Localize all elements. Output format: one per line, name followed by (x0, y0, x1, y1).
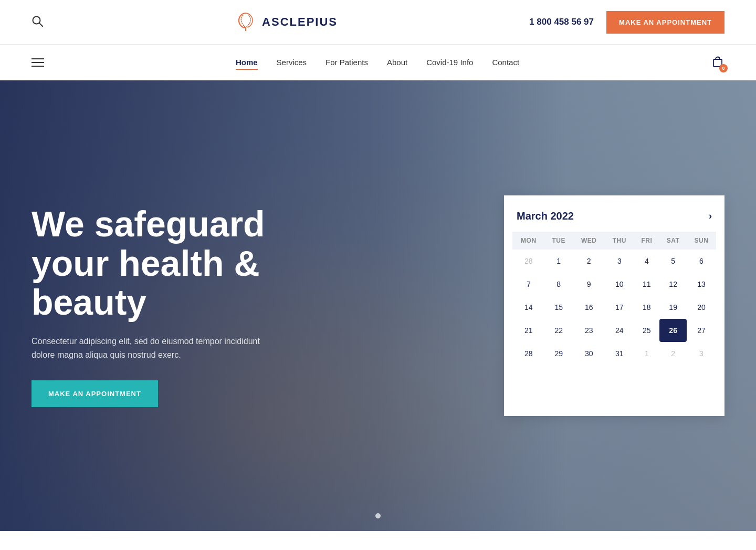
logo[interactable]: ASCLEPIUS (235, 11, 338, 33)
cal-day-header: MON (512, 232, 545, 250)
scroll-indicator (375, 513, 381, 518)
appointment-button-top[interactable]: MAKE AN APPOINTMENT (606, 11, 724, 34)
calendar-day[interactable]: 23 (573, 319, 605, 342)
calendar-day: 1 (634, 342, 659, 365)
calendar-day[interactable]: 16 (573, 296, 605, 319)
cal-day-header: SAT (659, 232, 686, 250)
top-right-actions: 1 800 458 56 97 MAKE AN APPOINTMENT (529, 11, 724, 34)
hero-title: We safeguard your health & beauty (32, 204, 336, 322)
search-icon[interactable] (32, 15, 43, 29)
calendar-widget: March 2022 › MONTUEWEDTHUFRISATSUN 28123… (504, 195, 724, 416)
hero-content: We safeguard your health & beauty Consec… (0, 80, 756, 531)
hero-text: We safeguard your health & beauty Consec… (32, 204, 336, 408)
calendar-day[interactable]: 3 (605, 250, 634, 273)
calendar-day[interactable]: 2 (573, 250, 605, 273)
calendar-day[interactable]: 12 (659, 273, 686, 296)
calendar-day[interactable]: 21 (512, 319, 545, 342)
calendar-day[interactable]: 31 (605, 342, 634, 365)
calendar-day[interactable]: 5 (659, 250, 686, 273)
calendar-week-row: 21222324252627 (512, 319, 716, 342)
calendar-month-title: March 2022 (517, 210, 574, 222)
calendar-day: 2 (659, 342, 686, 365)
calendar-day[interactable]: 24 (605, 319, 634, 342)
calendar-day[interactable]: 20 (687, 296, 716, 319)
cal-day-header: THU (605, 232, 634, 250)
cal-day-header: TUE (545, 232, 573, 250)
calendar-day[interactable]: 4 (634, 250, 659, 273)
nav-item-for-patients[interactable]: For Patients (326, 58, 368, 67)
calendar-day[interactable]: 27 (687, 319, 716, 342)
appointment-button-hero[interactable]: MAKE AN APPOINTMENT (32, 380, 158, 407)
calendar-header: March 2022 › (512, 210, 716, 222)
logo-icon (235, 11, 257, 33)
nav-item-contact[interactable]: Contact (492, 58, 519, 67)
phone-number: 1 800 458 56 97 (529, 17, 594, 27)
hero-section: We safeguard your health & beauty Consec… (0, 80, 756, 531)
calendar-day[interactable]: 22 (545, 319, 573, 342)
svg-line-1 (39, 23, 43, 26)
nav-item-services[interactable]: Services (277, 58, 307, 67)
calendar-day[interactable]: 10 (605, 273, 634, 296)
cart-badge: 0 (719, 64, 728, 72)
top-bar: ASCLEPIUS 1 800 458 56 97 MAKE AN APPOIN… (0, 0, 756, 45)
calendar-day[interactable]: 25 (634, 319, 659, 342)
calendar-day[interactable]: 17 (605, 296, 634, 319)
calendar-week-row: 28123456 (512, 250, 716, 273)
calendar-day[interactable]: 29 (545, 342, 573, 365)
calendar-day[interactable]: 6 (687, 250, 716, 273)
calendar-day[interactable]: 8 (545, 273, 573, 296)
calendar-day[interactable]: 19 (659, 296, 686, 319)
calendar-day[interactable]: 1 (545, 250, 573, 273)
calendar-grid: MONTUEWEDTHUFRISATSUN 281234567891011121… (512, 232, 716, 365)
calendar-day[interactable]: 13 (687, 273, 716, 296)
calendar-day[interactable]: 30 (573, 342, 605, 365)
calendar-day[interactable]: 26 (659, 319, 686, 342)
nav-links: HomeServicesFor PatientsAboutCovid-19 In… (236, 58, 519, 67)
calendar-day: 3 (687, 342, 716, 365)
nav-bar: HomeServicesFor PatientsAboutCovid-19 In… (0, 45, 756, 80)
calendar-week-row: 78910111213 (512, 273, 716, 296)
calendar-day: 28 (512, 250, 545, 273)
calendar-day[interactable]: 15 (545, 296, 573, 319)
nav-item-about[interactable]: About (387, 58, 407, 67)
cart-icon[interactable]: 0 (711, 55, 724, 70)
cal-day-header: SUN (687, 232, 716, 250)
cal-day-header: FRI (634, 232, 659, 250)
hamburger-menu[interactable] (32, 58, 44, 67)
cal-day-header: WED (573, 232, 605, 250)
nav-item-home[interactable]: Home (236, 58, 258, 67)
calendar-day[interactable]: 28 (512, 342, 545, 365)
logo-text: ASCLEPIUS (262, 15, 338, 29)
calendar-day[interactable]: 14 (512, 296, 545, 319)
calendar-day[interactable]: 11 (634, 273, 659, 296)
calendar-week-row: 28293031123 (512, 342, 716, 365)
calendar-day[interactable]: 7 (512, 273, 545, 296)
calendar-day[interactable]: 18 (634, 296, 659, 319)
hero-subtitle: Consectetur adipiscing elit, sed do eius… (32, 335, 273, 361)
calendar-week-row: 14151617181920 (512, 296, 716, 319)
calendar-day[interactable]: 9 (573, 273, 605, 296)
nav-item-covid-19-info[interactable]: Covid-19 Info (426, 58, 473, 67)
calendar-next-button[interactable]: › (709, 211, 712, 222)
